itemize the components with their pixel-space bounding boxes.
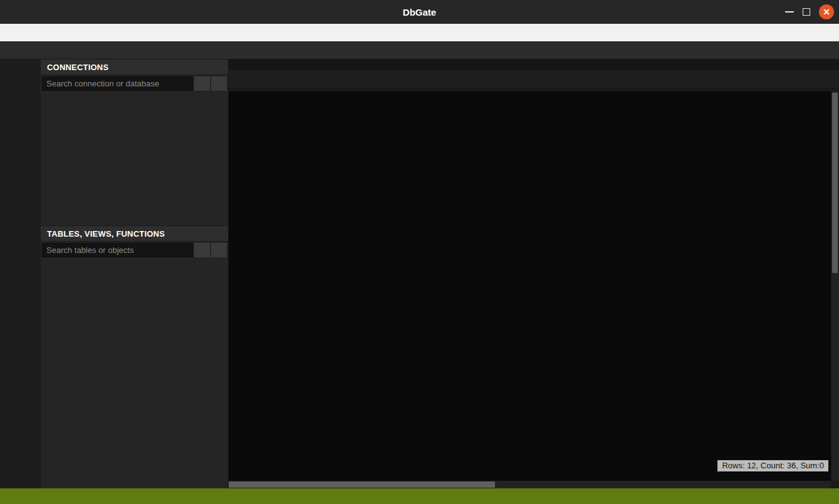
sidebar-icon-strip bbox=[0, 59, 41, 488]
tables-refresh-button[interactable] bbox=[211, 243, 227, 257]
connections-panel-header: CONNECTIONS bbox=[41, 59, 228, 75]
tables-tree bbox=[41, 259, 228, 488]
menu-bar bbox=[0, 24, 839, 41]
selection-stats-overlay: Rows: 12, Count: 36, Sum:0 bbox=[717, 460, 828, 471]
title-bar: DbGate ✕ bbox=[0, 0, 839, 24]
grid-filter-row bbox=[229, 108, 831, 120]
tab-group-row bbox=[229, 59, 839, 70]
tables-plus-button[interactable] bbox=[194, 243, 210, 257]
connections-refresh-button[interactable] bbox=[211, 76, 227, 91]
grid-inner bbox=[229, 91, 831, 120]
tables-search-input[interactable] bbox=[42, 243, 193, 257]
vertical-scrollbar[interactable] bbox=[831, 91, 839, 481]
window-title: DbGate bbox=[403, 7, 436, 18]
minimize-button[interactable] bbox=[785, 11, 794, 13]
connections-search-row bbox=[41, 75, 228, 92]
minimize-icon bbox=[785, 11, 794, 13]
app-window: DbGate ✕ CONNECTIONS TABLES, VIEWS, FUNC… bbox=[0, 0, 839, 504]
main-area: CONNECTIONS TABLES, VIEWS, FUNCTIONS bbox=[0, 59, 839, 488]
content-area: Rows: 12, Count: 36, Sum:0 bbox=[229, 59, 839, 488]
horizontal-scrollbar-thumb[interactable] bbox=[229, 481, 495, 488]
tables-panel-header: TABLES, VIEWS, FUNCTIONS bbox=[41, 225, 228, 242]
connections-tree bbox=[41, 92, 228, 225]
grid-header-row bbox=[229, 91, 831, 108]
vertical-scrollbar-thumb[interactable] bbox=[832, 93, 838, 273]
status-bar bbox=[0, 488, 839, 504]
close-button[interactable]: ✕ bbox=[819, 4, 834, 19]
tables-search-row bbox=[41, 242, 228, 259]
horizontal-scrollbar[interactable] bbox=[229, 481, 831, 488]
maximize-icon bbox=[803, 8, 810, 16]
toolbar bbox=[0, 41, 839, 59]
window-controls: ✕ bbox=[785, 0, 834, 24]
add-connection-plus-button[interactable] bbox=[194, 76, 210, 91]
tab-row bbox=[229, 70, 839, 89]
maximize-button[interactable] bbox=[803, 8, 810, 16]
connections-search-input[interactable] bbox=[42, 76, 193, 91]
data-grid: Rows: 12, Count: 36, Sum:0 bbox=[229, 91, 839, 481]
left-panel: CONNECTIONS TABLES, VIEWS, FUNCTIONS bbox=[41, 59, 229, 488]
